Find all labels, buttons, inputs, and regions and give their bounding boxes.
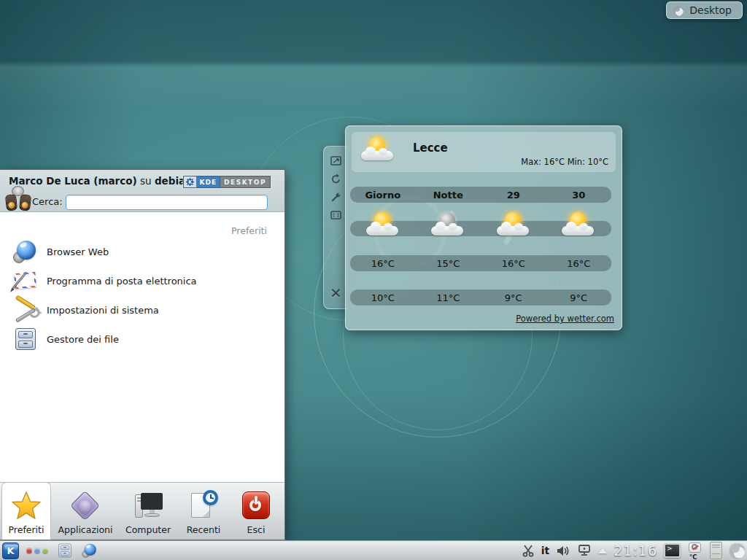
recent-documents-icon [187,490,220,522]
tab-computer[interactable]: Computer [118,482,178,540]
star-icon [10,490,42,522]
panel-left: K [0,541,102,560]
menu-item-file-manager[interactable]: Gestore dei file [0,324,283,354]
weather-header: Lecce Max: 16°C Min: 10°C [352,132,616,172]
weather-tray-icon[interactable]: °C [687,542,703,559]
tools-icon [13,298,38,322]
panel-cashew-icon[interactable] [729,542,746,559]
file-cabinet-icon [13,327,38,351]
weather-col-label: 29 [481,190,546,201]
search-input[interactable] [66,195,268,210]
kmenu-button[interactable]: K [2,542,19,559]
kickoff-launcher: Marco De Luca (marco) su debian K KDE DE… [0,169,285,540]
blue-dot-icon [34,548,40,553]
volume-icon[interactable] [556,545,570,557]
badge-desktop-label: DESKTOP [220,176,270,187]
svg-text:K: K [188,179,193,185]
terminal-icon[interactable] [664,543,681,558]
kde-desktop-badge: K KDE DESKTOP [183,176,271,188]
wetter-credit-link[interactable]: Powered by wetter.com [516,314,614,324]
weather-col-label: 30 [546,190,612,201]
kickoff-user-title: Marco De Luca (marco) su debian [9,175,193,187]
bottom-panel: K it 21 [0,540,747,560]
search-binoculars-icon [5,186,31,212]
weather-condition-icon [365,212,400,237]
favorites-list: Browser Web Programma di posta elettroni… [0,237,283,354]
resize-icon[interactable] [330,154,343,167]
mail-icon [13,268,38,293]
user-connector: su [137,175,155,187]
tab-applicazioni[interactable]: Applicazioni [54,482,117,540]
search-label: Cerca: [32,196,63,207]
desktop-toolbox-label: Desktop [689,4,732,16]
weather-icons-row [350,221,611,236]
rotate-icon[interactable] [330,172,343,185]
tab-esci[interactable]: Esci [231,482,282,540]
weather-day-temps-row: 16°C 15°C 16°C 16°C [350,255,611,271]
settings-grid-icon[interactable] [330,209,343,222]
night-temp: 9°C [546,292,612,303]
applications-diamond-icon [69,490,101,522]
weather-tray-label: °C [689,553,697,560]
weather-condition-icon [496,212,531,237]
weather-col-label: Giorno [350,190,416,201]
menu-item-system-settings[interactable]: Impostazioni di sistema [0,295,283,324]
day-temp: 16°C [350,258,416,269]
weather-condition-icon [561,212,596,237]
power-icon [240,490,272,522]
red-dot-icon [26,548,32,553]
applet-handle: × [323,146,348,309]
night-temp: 9°C [481,292,546,303]
day-temp: 16°C [546,258,612,269]
night-temp: 11°C [416,292,481,303]
night-temp: 10°C [350,292,416,303]
favorites-section-label: Preferiti [231,225,267,236]
activity-dots[interactable] [26,548,48,553]
badge-kde-label: KDE [196,176,220,187]
day-temp: 16°C [481,258,546,269]
browser-launcher[interactable] [82,542,97,558]
desktop-toolbox-button[interactable]: Desktop [666,1,743,19]
system-tray: it 21:16 °C [522,542,747,559]
kickoff-header: Marco De Luca (marco) su debian K KDE DE… [0,170,285,212]
file-manager-launcher[interactable] [57,542,72,558]
notes-mini-widget[interactable] [710,542,722,559]
configure-wrench-icon[interactable] [330,190,343,203]
kde-logo-icon: K [184,176,196,187]
weather-night-temps-row: 10°C 11°C 9°C 9°C [350,289,611,306]
kickoff-tab-bar: Preferiti Applicazioni Computer Recenti [0,482,285,540]
tab-preferiti[interactable]: Preferiti [1,482,51,540]
weather-columns-row: Giorno Notte 29 30 [350,187,611,203]
weather-condition-icon [430,212,465,237]
day-temp: 15°C [416,258,481,269]
systray-expand-icon[interactable] [598,548,607,553]
weather-city: Lecce [413,141,448,155]
green-dot-icon [42,548,48,553]
klipper-scissors-icon[interactable] [522,544,535,557]
close-icon[interactable]: × [330,285,342,300]
network-monitor-icon[interactable] [577,544,592,557]
kmenu-k-icon: K [7,546,14,556]
menu-item-email-client[interactable]: Programma di posta elettronica [0,266,283,295]
weather-col-label: Notte [416,190,481,201]
digital-clock[interactable]: 21:16 [614,542,657,559]
weather-widget: Lecce Max: 16°C Min: 10°C Giorno Notte 2… [345,125,622,330]
weather-current-icon [360,136,395,161]
desktop: Desktop × Lecce Max: 16°C Min: 10°C [0,0,747,560]
cashew-icon [673,5,684,16]
menu-item-browser-web[interactable]: Browser Web [0,237,283,266]
user-name: Marco De Luca (marco) [9,175,137,187]
computer-icon [132,490,164,522]
tab-recenti[interactable]: Recenti [179,482,228,540]
keyboard-layout-indicator[interactable]: it [541,545,550,556]
weather-maxmin: Max: 16°C Min: 10°C [521,157,608,167]
browser-icon [13,239,38,264]
